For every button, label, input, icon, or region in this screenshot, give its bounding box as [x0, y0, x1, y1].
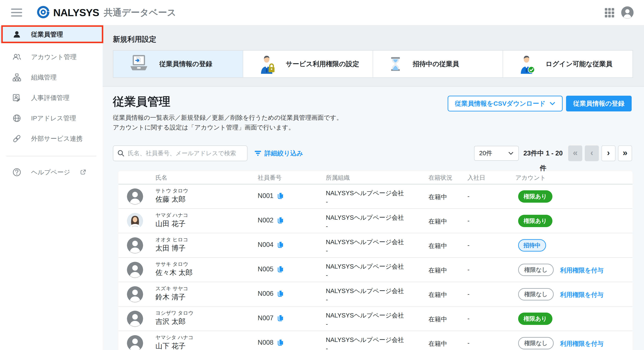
- card-login-enabled-employees[interactable]: ログイン可能な従業員: [502, 50, 633, 78]
- enrollment-status: 在籍中: [428, 291, 447, 299]
- card-register-employee-info[interactable]: 従業員情報の登録: [113, 50, 243, 78]
- organization-sub: -: [326, 247, 328, 254]
- avatar-photo: [127, 213, 143, 229]
- copy-icon[interactable]: [276, 339, 284, 347]
- employee-name: 太田 博子: [156, 243, 186, 253]
- prev-page-button[interactable]: ‹: [585, 146, 599, 161]
- copy-icon[interactable]: [276, 265, 284, 273]
- organization-sub: -: [326, 272, 328, 279]
- join-date: -: [468, 242, 470, 249]
- join-date: -: [468, 291, 470, 298]
- advanced-filter-link[interactable]: 詳細絞り込み: [254, 146, 303, 161]
- globe-icon: [12, 114, 21, 123]
- logo-mark-icon: [37, 5, 50, 19]
- copy-icon[interactable]: [276, 241, 284, 249]
- avatar-default-icon: [127, 262, 143, 278]
- employee-kana: オオタ ヒロコ: [156, 236, 188, 243]
- grant-permission-link[interactable]: 利用権限を付与: [560, 266, 604, 275]
- employee-name: 山田 花子: [156, 219, 186, 229]
- status-badge: 権限あり: [518, 215, 552, 227]
- employee-number: N004: [258, 241, 284, 249]
- table-body: サトウ タロウ 佐藤 太郎 N001 NALYSYSヘルプページ会社 - 在籍中…: [118, 184, 632, 350]
- avatar: [127, 311, 143, 327]
- page-size-select[interactable]: 20件: [474, 146, 519, 161]
- enrollment-status: 在籍中: [428, 340, 447, 348]
- copy-icon[interactable]: [276, 314, 284, 322]
- table-row[interactable]: スズキ サヤコ 鈴木 清子 N006 NALYSYSヘルプページ会社 - 在籍中…: [118, 282, 632, 307]
- person-icon: [12, 30, 21, 39]
- search-box: [113, 146, 248, 161]
- table-row[interactable]: ヤマシタ ハナコ 山下 花子 N008 NALYSYSヘルプページ会社 - 在籍…: [118, 331, 632, 350]
- org-chart-icon: [12, 73, 21, 82]
- avatar: [127, 286, 143, 302]
- user-avatar[interactable]: [621, 6, 634, 19]
- copy-icon[interactable]: [276, 216, 284, 224]
- pagination-controls: « ‹ › »: [568, 146, 632, 161]
- sidebar-item-ip-address-management[interactable]: IPアドレス管理: [0, 110, 103, 127]
- table-row[interactable]: ササキ タロウ 佐々木 太郎 N005 NALYSYSヘルプページ会社 - 在籍…: [118, 258, 632, 282]
- sidebar-item-account-management[interactable]: アカウント管理: [0, 48, 103, 65]
- sidebar-item-employee-management[interactable]: 従業員管理: [0, 26, 103, 43]
- service-permission-icon: [257, 54, 277, 74]
- organization-sub: -: [326, 223, 328, 230]
- status-badge: 権限なし: [518, 264, 554, 276]
- sidebar-item-organization-management[interactable]: 組織管理: [0, 69, 103, 86]
- quick-setup-section: 新規利用設定 従業員情報の登録: [103, 25, 644, 87]
- next-page-button[interactable]: ›: [602, 146, 616, 161]
- avatar: [127, 188, 143, 204]
- employee-name: 吉沢 太郎: [156, 317, 186, 326]
- first-page-button[interactable]: «: [568, 146, 582, 161]
- search-input[interactable]: [128, 150, 243, 157]
- avatar-default-icon: [127, 311, 143, 327]
- employee-number: N005: [258, 265, 284, 273]
- avatar-default-icon: [127, 237, 143, 253]
- pagination-range: 23件中 1 - 20件: [520, 146, 566, 161]
- status-badge: 権限なし: [518, 288, 554, 301]
- avatar-default-icon: [127, 188, 143, 204]
- csv-download-button[interactable]: 従業員情報をCSVダウンロード: [448, 96, 563, 111]
- brand-subtitle: 共通データベース: [104, 6, 176, 18]
- join-date: -: [468, 340, 470, 347]
- employee-table: 氏名 社員番号 所属組織 在籍状況 入社日 アカウント サトウ タロウ 佐藤 太…: [118, 171, 632, 350]
- hamburger-menu-icon[interactable]: [11, 8, 22, 16]
- quick-setup-title: 新規利用設定: [113, 34, 156, 44]
- avatar: [127, 262, 143, 278]
- employee-name: 山下 花子: [156, 341, 186, 350]
- table-row[interactable]: ヤマダ ハナコ 山田 花子 N002 NALYSYSヘルプページ会社 - 在籍中…: [118, 209, 632, 233]
- brand-title: NALYSYS: [53, 7, 99, 18]
- grant-permission-link[interactable]: 利用権限を付与: [560, 340, 604, 348]
- app-grid-icon[interactable]: [604, 7, 615, 18]
- copy-icon[interactable]: [276, 290, 284, 298]
- table-row[interactable]: オオタ ヒロコ 太田 博子 N004 NALYSYSヘルプページ会社 - 在籍中…: [118, 233, 632, 258]
- organization-sub: -: [326, 198, 328, 205]
- join-date: -: [468, 217, 470, 224]
- column-header-organization: 所属組織: [326, 171, 350, 184]
- register-employee-button[interactable]: 従業員情報の登録: [566, 96, 632, 111]
- organization-name: NALYSYSヘルプページ会社: [326, 189, 404, 197]
- card-invited-employees[interactable]: 招待中の従業員: [373, 50, 503, 78]
- organization-sub: -: [326, 296, 328, 303]
- sidebar-divider: [6, 156, 96, 156]
- table-row[interactable]: ヨシザワ タロウ 吉沢 太郎 N007 NALYSYSヘルプページ会社 - 在籍…: [118, 307, 632, 331]
- grant-permission-link[interactable]: 利用権限を付与: [560, 291, 604, 299]
- employee-kana: スズキ サヤコ: [156, 285, 188, 292]
- main-section: 従業員管理 従業員情報の一覧表示／新規登録／更新／削除を行うための従業員管理画面…: [103, 87, 644, 350]
- hourglass-icon: [387, 54, 404, 74]
- sidebar-item-hr-evaluation[interactable]: 人事評価管理: [0, 89, 103, 106]
- employee-number: N001: [258, 192, 284, 200]
- status-badge: 招待中: [518, 239, 546, 252]
- avatar: [127, 237, 143, 253]
- table-header-row: 氏名 社員番号 所属組織 在籍状況 入社日 アカウント: [118, 171, 632, 184]
- chevron-down-icon: [508, 151, 514, 155]
- card-service-permission-settings[interactable]: サービス利用権限の設定: [243, 50, 373, 78]
- avatar: [127, 335, 143, 350]
- enrollment-status: 在籍中: [428, 315, 447, 324]
- copy-icon[interactable]: [276, 192, 284, 200]
- table-row[interactable]: サトウ タロウ 佐藤 太郎 N001 NALYSYSヘルプページ会社 - 在籍中…: [118, 184, 632, 209]
- sidebar-item-external-services[interactable]: 外部サービス連携: [0, 130, 103, 147]
- sidebar: 従業員管理 アカウント管理 組織管理 人事評価管理 IPアドレス管理 外部サービ…: [0, 25, 103, 350]
- join-date: -: [468, 266, 470, 273]
- filter-icon: [254, 150, 262, 157]
- sidebar-item-help-page[interactable]: ヘルプページ: [0, 164, 103, 181]
- last-page-button[interactable]: »: [618, 146, 632, 161]
